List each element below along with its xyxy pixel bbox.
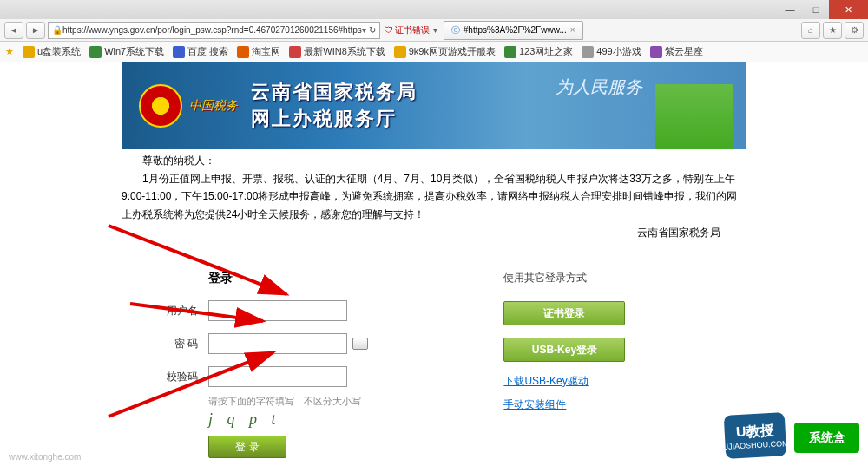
notice-signature: 云南省国家税务局 bbox=[122, 226, 746, 240]
bookmark-label: 淘宝网 bbox=[252, 45, 280, 58]
username-label: 用户名 bbox=[122, 304, 208, 318]
password-label: 密 码 bbox=[122, 337, 208, 351]
tax-seal-icon bbox=[139, 84, 182, 128]
banner-title: 云南省国家税务局 网上办税服务厅 bbox=[251, 79, 418, 133]
bookmark-favicon bbox=[394, 46, 406, 58]
alt-login-title: 使用其它登录方式 bbox=[503, 271, 746, 286]
bookmark-item[interactable]: 紫云星座 bbox=[650, 45, 703, 58]
captcha-label: 校验码 bbox=[122, 370, 208, 384]
bookmark-item[interactable]: 百度 搜索 bbox=[173, 45, 228, 58]
watermark-left: www.xitonghe.com bbox=[9, 452, 81, 462]
back-button[interactable]: ◄ bbox=[4, 22, 23, 39]
login-form: 登录 用户名 密 码 校验码 请按下面的字符填写，不区分大小写 j q p t … bbox=[122, 271, 450, 458]
usbkey-login-button[interactable]: USB-Key登录 bbox=[503, 338, 625, 362]
cert-login-button[interactable]: 证书登录 bbox=[503, 301, 625, 325]
banner-calligraphy: 为人民服务 bbox=[556, 75, 642, 99]
ie-icon: ⓔ bbox=[451, 24, 460, 36]
bookmark-label: 紫云星座 bbox=[665, 45, 703, 58]
bookmark-label: 最新WIN8系统下载 bbox=[304, 45, 385, 58]
divider bbox=[477, 271, 477, 427]
login-area: 登录 用户名 密 码 校验码 请按下面的字符填写，不区分大小写 j q p t … bbox=[122, 271, 746, 458]
favorites-button[interactable]: ★ bbox=[823, 22, 842, 39]
bookmark-favicon bbox=[504, 46, 516, 58]
seal-text: 中国税务 bbox=[189, 98, 238, 114]
bookmark-favicon bbox=[89, 46, 102, 58]
bookmark-item[interactable]: 最新WIN8系统下载 bbox=[289, 45, 385, 58]
bookmark-label: 123网址之家 bbox=[519, 45, 573, 58]
password-input[interactable] bbox=[208, 333, 347, 354]
bookmark-favicon bbox=[582, 46, 594, 58]
url-text: https://www.yngs.gov.cn/por/login_psw.cs… bbox=[62, 25, 362, 35]
url-field[interactable]: 🔒 https://www.yngs.gov.cn/por/login_psw.… bbox=[48, 22, 380, 39]
bookmark-favicon bbox=[173, 46, 185, 58]
username-input[interactable] bbox=[208, 300, 347, 321]
tab-close-icon[interactable]: × bbox=[570, 25, 575, 35]
watermark-badge2: 系统盒 bbox=[794, 423, 859, 453]
site-banner: 中国税务 云南省国家税务局 网上办税服务厅 为人民服务 bbox=[122, 62, 746, 149]
bookmark-label: Win7系统下载 bbox=[104, 45, 164, 58]
dropdown-icon[interactable]: ▾ bbox=[362, 25, 366, 35]
bookmark-item[interactable]: 淘宝网 bbox=[237, 45, 280, 58]
login-button[interactable]: 登 录 bbox=[208, 436, 286, 458]
captcha-input[interactable] bbox=[208, 366, 347, 387]
bookmark-favicon bbox=[289, 46, 301, 58]
keyboard-icon[interactable] bbox=[352, 338, 368, 350]
close-button[interactable]: ✕ bbox=[829, 0, 868, 19]
bookmark-favicon bbox=[237, 46, 249, 58]
bookmark-favicon bbox=[23, 46, 35, 58]
login-title: 登录 bbox=[208, 271, 450, 286]
download-driver-link[interactable]: 下载USB-Key驱动 bbox=[503, 374, 746, 389]
captcha-image: j q p t bbox=[208, 410, 450, 429]
bookmark-item[interactable]: 123网址之家 bbox=[504, 45, 573, 58]
bookmark-label: 499小游戏 bbox=[596, 45, 641, 58]
bookmarks-bar: ★ u盘装系统Win7系统下载百度 搜索淘宝网最新WIN8系统下载9k9k网页游… bbox=[0, 42, 868, 62]
notice-body: 1月份正值网上申报、开票、报税、认证的大征期（4月、7月、10月类似），全省国税… bbox=[122, 170, 746, 223]
alt-login: 使用其它登录方式 证书登录 USB-Key登录 下载USB-Key驱动 手动安装… bbox=[503, 271, 746, 458]
notice-block: 尊敬的纳税人： 1月份正值网上申报、开票、报税、认证的大征期（4月、7月、10月… bbox=[122, 154, 746, 240]
bookmark-item[interactable]: 499小游戏 bbox=[582, 45, 641, 58]
bookmark-label: u盘装系统 bbox=[37, 45, 81, 58]
bookmark-item[interactable]: Win7系统下载 bbox=[89, 45, 164, 58]
captcha-hint: 请按下面的字符填写，不区分大小写 bbox=[208, 395, 450, 408]
cert-error-badge[interactable]: 🛡 证书错误 ▾ bbox=[385, 24, 437, 36]
maximize-button[interactable]: □ bbox=[803, 0, 829, 19]
bookmark-item[interactable]: u盘装系统 bbox=[23, 45, 81, 58]
minimize-button[interactable]: — bbox=[777, 0, 803, 19]
bookmark-label: 9k9k网页游戏开服表 bbox=[409, 45, 496, 58]
watermark-badge1: U教授 UJIAOSHOU.COM bbox=[724, 412, 787, 459]
tab-title: #https%3A%2F%2Fwww... bbox=[464, 25, 567, 35]
banner-photo bbox=[655, 84, 733, 149]
bookmark-label: 百度 搜索 bbox=[187, 45, 228, 58]
forward-button[interactable]: ► bbox=[26, 22, 45, 39]
address-bar: ◄ ► 🔒 https://www.yngs.gov.cn/por/login_… bbox=[0, 19, 868, 42]
notice-greeting: 尊敬的纳税人： bbox=[122, 154, 746, 168]
manual-install-link[interactable]: 手动安装组件 bbox=[503, 397, 746, 412]
bookmark-favicon bbox=[650, 46, 662, 58]
star-icon[interactable]: ★ bbox=[5, 46, 14, 57]
browser-tab[interactable]: ⓔ #https%3A%2F%2Fwww... × bbox=[444, 21, 583, 40]
window-titlebar: — □ ✕ bbox=[0, 0, 868, 19]
tools-button[interactable]: ⚙ bbox=[845, 22, 864, 39]
bookmark-item[interactable]: 9k9k网页游戏开服表 bbox=[394, 45, 496, 58]
home-button[interactable]: ⌂ bbox=[801, 22, 820, 39]
shield-icon: 🛡 bbox=[385, 25, 393, 35]
